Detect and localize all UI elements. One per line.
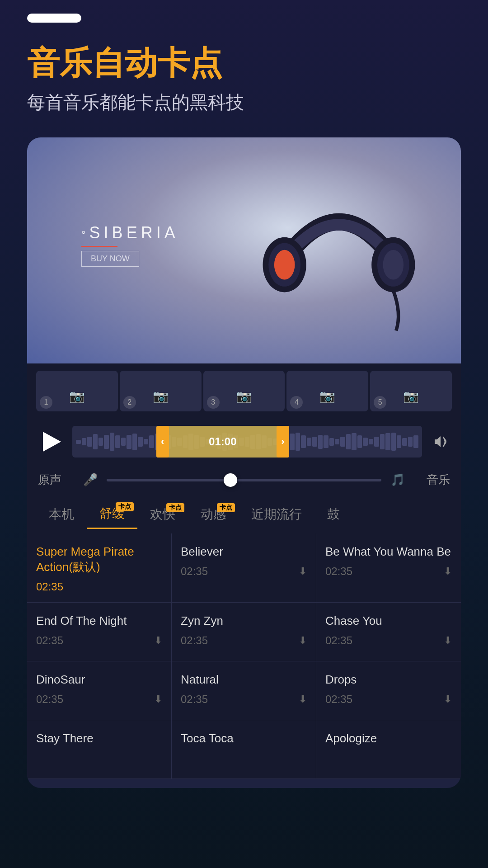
- video-preview: °SIBERIA BUY NOW: [27, 137, 461, 363]
- music-title: End Of The Night: [36, 613, 162, 629]
- thumb-number-5: 5: [374, 396, 386, 409]
- brand-line: [81, 246, 117, 247]
- waveform-current-time: 01:00: [209, 435, 236, 448]
- download-icon[interactable]: ⬇: [299, 566, 307, 577]
- download-icon[interactable]: ⬇: [444, 635, 452, 646]
- tab-本机[interactable]: 本机: [36, 500, 87, 528]
- music-cell[interactable]: Apologize: [316, 720, 461, 779]
- music-title: Believer: [181, 544, 307, 560]
- header: 音乐自动卡点 每首音乐都能卡点的黑科技: [0, 27, 488, 137]
- music-title: Apologize: [325, 731, 452, 746]
- timeline-thumb-2[interactable]: 📷 2: [120, 371, 202, 411]
- music-cell[interactable]: Drops02:35⬇: [316, 661, 461, 720]
- camera-icon-1: 📷: [68, 387, 86, 405]
- timeline-thumb-5[interactable]: 📷 5: [370, 371, 452, 411]
- download-icon[interactable]: ⬇: [299, 635, 307, 646]
- volume-button[interactable]: [429, 430, 452, 453]
- thumb-number-1: 1: [40, 396, 52, 409]
- microphone-icon: 🎤: [83, 473, 98, 487]
- music-title: Toca Toca: [181, 731, 307, 746]
- balance-slider[interactable]: [107, 479, 381, 481]
- tabs-row: 本机舒缓卡点欢快卡点动感卡点近期流行鼓: [27, 495, 461, 533]
- music-cell[interactable]: Super Mega Pirate Action(默认)02:35: [27, 533, 172, 603]
- balance-row: 原声 🎤 🎵 音乐: [27, 465, 461, 495]
- tab-动感[interactable]: 动感卡点: [188, 500, 239, 528]
- svg-point-2: [274, 250, 295, 280]
- thumb-number-3: 3: [207, 396, 220, 409]
- music-duration: 02:35: [36, 580, 63, 593]
- music-label: 音乐: [414, 472, 450, 488]
- download-icon[interactable]: ⬇: [154, 693, 162, 705]
- brand-degree: °: [81, 228, 89, 241]
- music-cell[interactable]: Zyn Zyn02:35⬇: [172, 603, 316, 661]
- timeline-strip: 📷 1 📷 2 📷 3 📷 4 📷 5: [27, 363, 461, 419]
- download-icon[interactable]: ⬇: [444, 566, 452, 577]
- music-title: Super Mega Pirate Action(默认): [36, 544, 162, 575]
- status-bar: [0, 0, 488, 27]
- page-title: 音乐自动卡点: [27, 45, 461, 81]
- thumb-number-2: 2: [123, 396, 136, 409]
- waveform-selection[interactable]: ‹ 01:00 ›: [156, 426, 289, 458]
- waveform-handle-left[interactable]: ‹: [156, 426, 169, 458]
- page-subtitle: 每首音乐都能卡点的黑科技: [27, 90, 461, 115]
- music-cell[interactable]: Toca Toca: [172, 720, 316, 779]
- music-title: Chase You: [325, 613, 452, 629]
- music-cell[interactable]: Stay There: [27, 720, 172, 779]
- video-background: °SIBERIA BUY NOW: [27, 137, 461, 363]
- music-cell[interactable]: Natural02:35⬇: [172, 661, 316, 720]
- camera-icon-3: 📷: [235, 387, 253, 405]
- timeline-thumb-1[interactable]: 📷 1: [36, 371, 118, 411]
- music-duration: 02:35: [181, 693, 208, 706]
- music-cell[interactable]: DinoSaur02:35⬇: [27, 661, 172, 720]
- music-title: Zyn Zyn: [181, 613, 307, 629]
- svg-point-5: [383, 250, 404, 280]
- thumb-number-4: 4: [290, 396, 303, 409]
- brand-overlay: °SIBERIA BUY NOW: [81, 223, 179, 267]
- music-duration: 02:35: [181, 565, 208, 578]
- tab-舒缓[interactable]: 舒缓卡点: [87, 500, 137, 529]
- music-note-icon: 🎵: [390, 473, 405, 487]
- camera-icon-2: 📷: [151, 387, 169, 405]
- volume-icon: [432, 435, 449, 448]
- camera-icon-4: 📷: [319, 387, 337, 405]
- waveform-container[interactable]: ‹ 01:00 ›: [72, 426, 422, 458]
- music-title: Drops: [325, 672, 452, 688]
- brand-button[interactable]: BUY NOW: [81, 251, 139, 267]
- voice-label: 原声: [38, 472, 74, 488]
- music-title: Be What You Wanna Be: [325, 544, 452, 560]
- music-title: Stay There: [36, 731, 162, 746]
- music-duration: 02:35: [181, 634, 208, 647]
- music-cell[interactable]: Be What You Wanna Be02:35⬇: [316, 533, 461, 603]
- tab-鼓[interactable]: 鼓: [314, 500, 352, 528]
- music-cell[interactable]: Believer02:35⬇: [172, 533, 316, 603]
- music-title: DinoSaur: [36, 672, 162, 688]
- camera-icon-5: 📷: [402, 387, 420, 405]
- download-icon[interactable]: ⬇: [154, 635, 162, 646]
- download-icon[interactable]: ⬇: [299, 693, 307, 705]
- music-duration: 02:35: [325, 634, 352, 647]
- balance-thumb[interactable]: [224, 473, 237, 487]
- waveform-handle-right[interactable]: ›: [277, 426, 289, 458]
- headphone-image: [253, 165, 425, 336]
- music-duration: 02:35: [36, 634, 63, 647]
- music-title: Natural: [181, 672, 307, 688]
- play-icon: [43, 432, 61, 452]
- tab-近期流行[interactable]: 近期流行: [239, 500, 314, 528]
- status-pill: [27, 14, 81, 23]
- timeline-thumb-4[interactable]: 📷 4: [286, 371, 368, 411]
- main-card: °SIBERIA BUY NOW: [27, 137, 461, 788]
- music-duration: 02:35: [325, 565, 352, 578]
- tab-欢快[interactable]: 欢快卡点: [137, 500, 188, 528]
- music-duration: 02:35: [325, 693, 352, 706]
- download-icon[interactable]: ⬇: [444, 693, 452, 705]
- music-cell[interactable]: End Of The Night02:35⬇: [27, 603, 172, 661]
- timeline-thumb-3[interactable]: 📷 3: [203, 371, 285, 411]
- music-cell[interactable]: Chase You02:35⬇: [316, 603, 461, 661]
- music-duration: 02:35: [36, 693, 63, 706]
- music-grid: Super Mega Pirate Action(默认)02:35Believe…: [27, 533, 461, 779]
- play-button[interactable]: [36, 427, 65, 456]
- brand-name: °SIBERIA: [81, 223, 179, 242]
- waveform-row: ‹ 01:00 ›: [27, 419, 461, 465]
